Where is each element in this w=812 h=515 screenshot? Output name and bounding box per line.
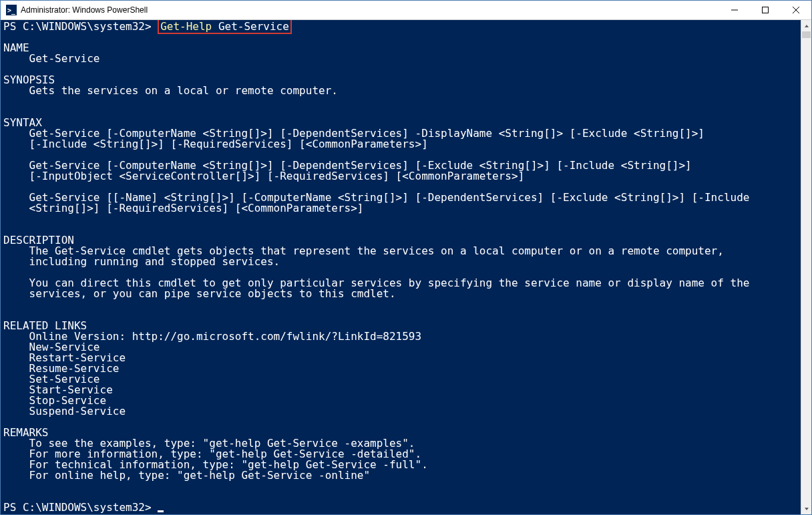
description-line: including running and stopped services.	[3, 255, 280, 268]
terminal-area: PS C:\WINDOWS\system32> Get-Help Get-Ser…	[1, 20, 811, 514]
cmdlet-name: Get-Help	[160, 20, 212, 33]
syntax-line: [-InputObject <ServiceController[]>] [-R…	[3, 170, 524, 182]
name-value: Get-Service	[3, 52, 100, 65]
synopsis-value: Gets the services on a local or remote c…	[3, 84, 338, 97]
description-line: services, or you can pipe service object…	[3, 287, 396, 300]
maximize-button[interactable]	[750, 1, 781, 19]
scroll-up-button[interactable]	[801, 20, 811, 31]
svg-marker-4	[805, 25, 809, 27]
window-title: Administrator: Windows PowerShell	[21, 5, 719, 15]
close-button[interactable]	[781, 1, 811, 19]
terminal-output[interactable]: PS C:\WINDOWS\system32> Get-Help Get-Ser…	[1, 20, 801, 514]
titlebar[interactable]: >_ Administrator: Windows PowerShell	[1, 1, 811, 20]
scrollbar-thumb[interactable]	[802, 31, 811, 38]
svg-marker-5	[805, 508, 809, 510]
powershell-icon: >_	[6, 5, 17, 15]
remarks-line: For online help, type: "get-help Get-Ser…	[3, 469, 370, 482]
syntax-line: [-Include <String[]>] [-RequiredServices…	[3, 138, 428, 150]
svg-rect-1	[763, 7, 769, 13]
vertical-scrollbar[interactable]	[801, 20, 811, 514]
command-highlight: Get-Help Get-Service	[158, 20, 292, 34]
cmdlet-arg: Get-Service	[212, 20, 289, 33]
powershell-window: >_ Administrator: Windows PowerShell PS …	[0, 0, 812, 515]
svg-rect-0	[731, 10, 738, 11]
prompt-text: PS C:\WINDOWS\system32>	[3, 501, 158, 514]
prompt-text: PS C:\WINDOWS\system32>	[3, 20, 158, 33]
scroll-down-button[interactable]	[801, 503, 811, 514]
related-link: Suspend-Service	[3, 405, 126, 417]
scrollbar-track[interactable]	[801, 31, 811, 503]
window-controls	[719, 1, 811, 19]
minimize-button[interactable]	[719, 1, 750, 19]
cursor	[158, 510, 164, 512]
syntax-line: <String[]>] [-RequiredServices] [<Common…	[3, 202, 363, 214]
